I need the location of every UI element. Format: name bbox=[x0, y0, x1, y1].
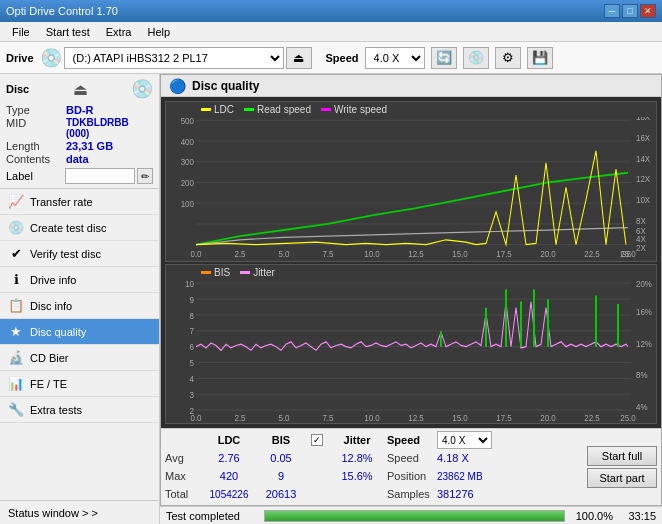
sidebar-item-transfer-rate[interactable]: 📈 Transfer rate bbox=[0, 189, 159, 215]
verify-test-disc-icon: ✔ bbox=[8, 246, 24, 261]
stats-total-label: Total bbox=[165, 488, 203, 500]
main-content: 🔵 Disc quality LDC Read speed bbox=[160, 74, 662, 524]
start-full-button[interactable]: Start full bbox=[587, 446, 657, 466]
disc-mid-value: TDKBLDRBB (000) bbox=[66, 117, 153, 139]
settings-button[interactable]: ⚙ bbox=[495, 47, 521, 69]
close-button[interactable]: ✕ bbox=[640, 4, 656, 18]
action-buttons: Start full Start part bbox=[587, 431, 657, 503]
disc-label-edit-button[interactable]: ✏ bbox=[137, 168, 153, 184]
progress-bar-container bbox=[264, 510, 565, 522]
progress-percent: 100.0% bbox=[573, 510, 613, 522]
svg-text:5.0: 5.0 bbox=[278, 248, 289, 259]
bottom-chart-svg: 10 9 8 7 6 5 4 3 2 20% 16% 12% 8% bbox=[166, 265, 656, 424]
drive-info-icon: ℹ bbox=[8, 272, 24, 287]
menu-help[interactable]: Help bbox=[139, 24, 178, 40]
sidebar-item-transfer-rate-label: Transfer rate bbox=[30, 196, 93, 208]
disc-quality-header-icon: 🔵 bbox=[169, 78, 186, 94]
bottom-chart: BIS Jitter bbox=[165, 264, 657, 425]
title-bar: Opti Drive Control 1.70 ─ □ ✕ bbox=[0, 0, 662, 22]
jitter-check-box[interactable]: ✓ bbox=[311, 434, 323, 446]
svg-text:7.5: 7.5 bbox=[322, 248, 333, 259]
status-window-button[interactable]: Status window > > bbox=[0, 500, 159, 524]
disc-eject-icon[interactable]: ⏏ bbox=[73, 80, 88, 99]
svg-text:12.5: 12.5 bbox=[408, 412, 424, 423]
svg-text:17.5: 17.5 bbox=[496, 412, 512, 423]
disc-mid-row: MID TDKBLDRBB (000) bbox=[6, 117, 153, 139]
cd-bier-icon: 🔬 bbox=[8, 350, 24, 365]
sidebar-item-extra-tests-label: Extra tests bbox=[30, 404, 82, 416]
disc-contents-label: Contents bbox=[6, 153, 66, 165]
disc-header: Disc ⏏ 💿 bbox=[6, 78, 153, 100]
disc-cd-icon: 💿 bbox=[131, 78, 153, 100]
stats-speed-label: Speed bbox=[387, 452, 437, 464]
status-window-label: Status window > > bbox=[8, 507, 98, 519]
disc-label-label: Label bbox=[6, 170, 65, 182]
svg-text:0.0: 0.0 bbox=[190, 248, 201, 259]
eject-button[interactable]: ⏏ bbox=[286, 47, 312, 69]
disc-label-input[interactable] bbox=[65, 168, 135, 184]
disc-length-value: 23,31 GB bbox=[66, 140, 113, 152]
disc-button[interactable]: 💿 bbox=[463, 47, 489, 69]
create-test-disc-icon: 💿 bbox=[8, 220, 24, 235]
sidebar: Disc ⏏ 💿 Type BD-R MID TDKBLDRBB (000) L… bbox=[0, 74, 160, 524]
sidebar-item-extra-tests[interactable]: 🔧 Extra tests bbox=[0, 397, 159, 423]
svg-text:6: 6 bbox=[190, 341, 194, 352]
stats-total-ldc: 1054226 bbox=[203, 489, 255, 500]
stats-avg-ldc: 2.76 bbox=[203, 452, 255, 464]
speed-dropdown-cell: 4.0 X 2.0 X MAX bbox=[437, 431, 492, 449]
drive-select[interactable]: (D:) ATAPI iHBS312 2 PL17 bbox=[64, 47, 284, 69]
sidebar-item-verify-test-disc[interactable]: ✔ Verify test disc bbox=[0, 241, 159, 267]
sidebar-item-drive-info-label: Drive info bbox=[30, 274, 76, 286]
stats-avg-bis: 0.05 bbox=[255, 452, 307, 464]
stats-max-position: 23862 MB bbox=[437, 471, 492, 482]
speed-label: Speed bbox=[326, 52, 359, 64]
start-part-button[interactable]: Start part bbox=[587, 468, 657, 488]
drive-icon: 💿 bbox=[40, 47, 62, 69]
write-speed-legend-dot bbox=[321, 108, 331, 111]
sidebar-nav: 📈 Transfer rate 💿 Create test disc ✔ Ver… bbox=[0, 189, 159, 500]
stats-avg-row: Avg 2.76 0.05 12.8% Speed 4.18 X bbox=[165, 449, 583, 467]
menu-extra[interactable]: Extra bbox=[98, 24, 140, 40]
refresh-button[interactable]: 🔄 bbox=[431, 47, 457, 69]
main-layout: Disc ⏏ 💿 Type BD-R MID TDKBLDRBB (000) L… bbox=[0, 74, 662, 524]
menu-file[interactable]: File bbox=[4, 24, 38, 40]
top-chart: LDC Read speed Write speed bbox=[165, 101, 657, 262]
sidebar-item-disc-quality[interactable]: ★ Disc quality bbox=[0, 319, 159, 345]
chart-speed-select[interactable]: 4.0 X 2.0 X MAX bbox=[437, 431, 492, 449]
sidebar-item-cd-bier[interactable]: 🔬 CD Bier bbox=[0, 345, 159, 371]
minimize-button[interactable]: ─ bbox=[604, 4, 620, 18]
svg-text:22.5: 22.5 bbox=[584, 412, 600, 423]
svg-text:25.0: 25.0 bbox=[620, 412, 636, 423]
menu-start-test[interactable]: Start test bbox=[38, 24, 98, 40]
svg-text:17.5: 17.5 bbox=[496, 248, 512, 259]
sidebar-item-drive-info[interactable]: ℹ Drive info bbox=[0, 267, 159, 293]
jitter-legend-dot bbox=[240, 271, 250, 274]
svg-text:10X: 10X bbox=[636, 194, 650, 205]
disc-label-row: Label ✏ bbox=[6, 168, 153, 184]
stats-bis-header: BIS bbox=[255, 434, 307, 446]
disc-type-row: Type BD-R bbox=[6, 104, 153, 116]
chart-area: LDC Read speed Write speed bbox=[161, 97, 661, 428]
svg-text:14X: 14X bbox=[636, 153, 650, 164]
sidebar-item-fe-te[interactable]: 📊 FE / TE bbox=[0, 371, 159, 397]
ldc-legend: LDC bbox=[201, 104, 234, 115]
disc-quality-icon: ★ bbox=[8, 324, 24, 339]
jitter-legend-label: Jitter bbox=[253, 267, 275, 278]
stats-avg-speed: 4.18 X bbox=[437, 452, 492, 464]
svg-text:12%: 12% bbox=[636, 337, 652, 348]
sidebar-item-disc-info[interactable]: 📋 Disc info bbox=[0, 293, 159, 319]
read-speed-legend-dot bbox=[244, 108, 254, 111]
progress-bar-fill bbox=[265, 511, 564, 521]
top-chart-legend: LDC Read speed Write speed bbox=[166, 102, 656, 117]
stats-ldc-header: LDC bbox=[203, 434, 255, 446]
sidebar-item-disc-info-label: Disc info bbox=[30, 300, 72, 312]
stats-samples-label: Samples bbox=[387, 488, 437, 500]
jitter-checkbox[interactable]: ✓ bbox=[307, 434, 327, 446]
stats-area: LDC BIS ✓ Jitter Speed 4.0 X 2.0 X MAX bbox=[161, 428, 661, 505]
sidebar-item-create-test-disc[interactable]: 💿 Create test disc bbox=[0, 215, 159, 241]
svg-text:300: 300 bbox=[181, 157, 194, 168]
bis-legend-label: BIS bbox=[214, 267, 230, 278]
speed-select[interactable]: 4.0 X 2.0 X 1.0 X MAX bbox=[365, 47, 425, 69]
maximize-button[interactable]: □ bbox=[622, 4, 638, 18]
save-button[interactable]: 💾 bbox=[527, 47, 553, 69]
